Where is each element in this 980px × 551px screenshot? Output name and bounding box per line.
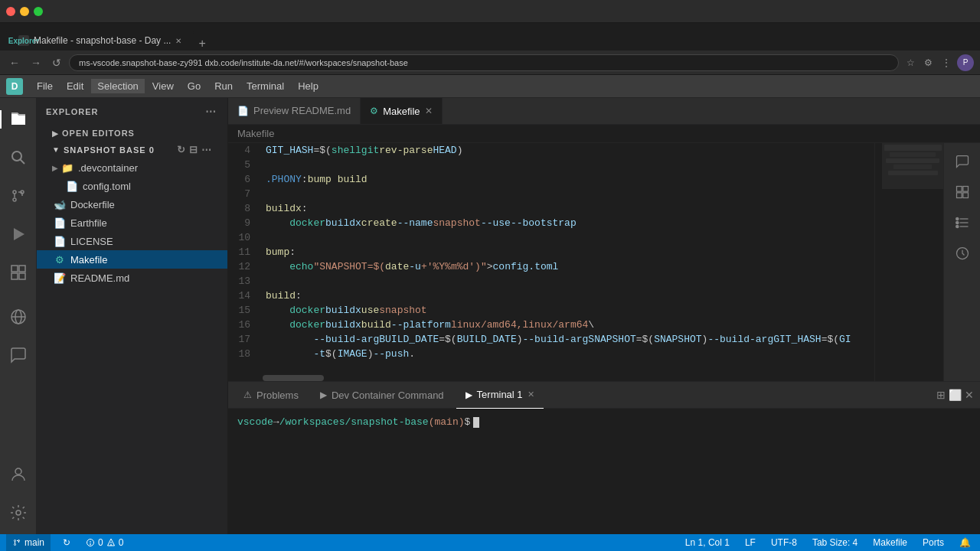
browser-nav-bar: ← → ↺ ms-vscode.snapshot-base-zy991 dxb.… bbox=[0, 51, 980, 75]
more-actions-icon[interactable]: ⋯ bbox=[201, 144, 212, 155]
tab-favicon: Explorer bbox=[18, 35, 29, 46]
activity-extensions[interactable] bbox=[0, 254, 37, 291]
tree-item-readme[interactable]: 📝 README.md bbox=[37, 269, 227, 287]
bookmark-icon[interactable]: ☆ bbox=[903, 56, 918, 70]
new-file-icon[interactable]: ⋯ bbox=[204, 104, 218, 119]
menu-run[interactable]: Run bbox=[208, 79, 239, 93]
svg-point-2 bbox=[13, 191, 16, 194]
svg-point-14 bbox=[16, 510, 21, 515]
nav-refresh-button[interactable]: ↺ bbox=[49, 55, 64, 70]
terminal-close-icon[interactable]: ✕ bbox=[528, 390, 534, 399]
maximize-btn[interactable] bbox=[34, 7, 43, 16]
tab-dev-container[interactable]: ▶ Dev Container Command bbox=[311, 382, 453, 409]
menu-selection[interactable]: Selection bbox=[91, 79, 144, 93]
activity-source-control[interactable] bbox=[0, 178, 37, 214]
menu-edit[interactable]: Edit bbox=[60, 79, 90, 93]
folder-icon-devcontainer: 📁 bbox=[60, 160, 75, 175]
file-icon-makefile: ⚙ bbox=[52, 252, 67, 267]
tree-item-license[interactable]: 📄 LICENSE bbox=[37, 232, 227, 250]
close-btn[interactable] bbox=[6, 7, 15, 16]
svg-point-23 bbox=[956, 221, 958, 223]
tree-item-makefile[interactable]: ⚙ Makefile bbox=[37, 250, 227, 269]
scrollbar-thumb-h[interactable] bbox=[263, 375, 324, 381]
breadcrumb-file[interactable]: Makefile bbox=[237, 128, 274, 139]
nav-back-button[interactable]: ← bbox=[6, 55, 23, 70]
menu-file[interactable]: File bbox=[31, 79, 59, 93]
vscode-layout: EXPLORER ⋯ ▶ OPEN EDITORS ▼ SNAPSHOT BAS… bbox=[0, 98, 980, 534]
terminal-content[interactable]: vscode → /workspaces/snapshot-base (main… bbox=[228, 409, 980, 534]
activity-chat[interactable] bbox=[0, 337, 37, 373]
menu-go[interactable]: Go bbox=[181, 79, 207, 93]
status-language[interactable]: Makefile bbox=[870, 537, 910, 548]
activity-search[interactable] bbox=[0, 139, 37, 176]
code-line-11: bump: bbox=[266, 245, 874, 259]
file-tree: ▶ 📁 .devcontainer 📄 config.toml 🐋 Docker… bbox=[37, 158, 227, 534]
status-sync[interactable]: ↻ bbox=[60, 537, 74, 548]
terminal-maximize-icon[interactable]: ⬜ bbox=[949, 389, 962, 401]
status-errors[interactable]: 0 0 bbox=[83, 537, 126, 548]
tab-makefile[interactable]: ⚙ Makefile ✕ bbox=[361, 98, 442, 124]
status-line-col[interactable]: Ln 1, Col 1 bbox=[682, 537, 733, 548]
browser-tab-close-icon[interactable]: ✕ bbox=[175, 37, 181, 45]
status-tab-size[interactable]: Tab Size: 4 bbox=[809, 537, 861, 548]
tab-terminal-1[interactable]: ▶ Terminal 1 ✕ bbox=[456, 382, 544, 409]
right-icon-chat[interactable] bbox=[944, 146, 981, 177]
collapse-icon[interactable]: ⊟ bbox=[189, 144, 198, 155]
svg-rect-9 bbox=[19, 273, 25, 279]
terminal-cursor bbox=[473, 415, 479, 429]
tree-item-earthfile[interactable]: 📄 Earthfile bbox=[37, 214, 227, 232]
menu-terminal[interactable]: Terminal bbox=[240, 79, 290, 93]
browser-tab-active[interactable]: Explorer Makefile - snapshot-base - Day … bbox=[6, 31, 194, 51]
terminal-split-icon[interactable]: ⊞ bbox=[936, 389, 946, 401]
activity-remote[interactable] bbox=[0, 298, 37, 335]
svg-marker-5 bbox=[14, 228, 24, 240]
tree-item-dockerfile[interactable]: 🐋 Dockerfile bbox=[37, 195, 227, 214]
open-editors-section[interactable]: ▶ OPEN EDITORS bbox=[37, 126, 227, 141]
activity-explorer[interactable] bbox=[0, 101, 37, 138]
nav-forward-button[interactable]: → bbox=[28, 55, 44, 70]
extension-icon[interactable]: ⚙ bbox=[921, 56, 936, 70]
activity-accounts[interactable] bbox=[0, 456, 37, 493]
snapshot-base-chevron: ▼ bbox=[52, 145, 60, 154]
status-lf[interactable]: LF bbox=[742, 537, 759, 548]
code-line-13 bbox=[266, 274, 874, 289]
more-icon[interactable]: ⋮ bbox=[939, 56, 954, 70]
right-icon-timeline[interactable] bbox=[944, 238, 981, 269]
status-encoding[interactable]: UTF-8 bbox=[768, 537, 800, 548]
tab-problems[interactable]: ⚠ Problems bbox=[234, 382, 308, 409]
menu-help[interactable]: Help bbox=[292, 79, 325, 93]
terminal-close-panel-icon[interactable]: ✕ bbox=[965, 389, 974, 401]
svg-point-33 bbox=[110, 545, 111, 546]
vscode-app: D File Edit Selection View Go Run Termin… bbox=[0, 75, 980, 551]
minimize-btn[interactable] bbox=[20, 7, 29, 16]
code-line-8: buildx: bbox=[266, 201, 874, 216]
minimap bbox=[874, 143, 943, 381]
code-line-10 bbox=[266, 230, 874, 245]
status-bar-right: Ln 1, Col 1 LF UTF-8 Tab Size: 4 Makefil… bbox=[682, 537, 974, 548]
activity-settings[interactable] bbox=[0, 494, 37, 531]
refresh-icon[interactable]: ↻ bbox=[177, 144, 186, 155]
terminal-arrow: → bbox=[273, 415, 279, 429]
tab-preview-readme[interactable]: 📄 Preview README.md bbox=[228, 98, 361, 124]
menu-view[interactable]: View bbox=[146, 79, 180, 93]
editor-content[interactable]: 4 5 6 7 8 9 10 11 12 13 14 15 16 bbox=[228, 143, 874, 381]
svg-rect-18 bbox=[962, 193, 968, 198]
tree-item-devcontainer[interactable]: ▶ 📁 .devcontainer bbox=[37, 158, 227, 177]
minimap-thumb[interactable] bbox=[882, 143, 943, 189]
terminal-dollar: $ bbox=[464, 415, 470, 429]
right-icon-outline[interactable] bbox=[944, 207, 981, 238]
right-icon-extensions[interactable] bbox=[944, 177, 981, 207]
new-tab-button[interactable]: + bbox=[194, 37, 210, 51]
tab-close-makefile[interactable]: ✕ bbox=[425, 106, 433, 116]
code-line-4: GIT_HASH=$(shell git rev-parse HEAD) bbox=[266, 143, 874, 158]
status-ports[interactable]: Ports bbox=[920, 537, 947, 548]
status-bell[interactable]: 🔔 bbox=[956, 537, 974, 548]
status-branch[interactable]: main bbox=[6, 534, 51, 551]
url-bar[interactable]: ms-vscode.snapshot-base-zy991 dxb.code/i… bbox=[69, 54, 899, 71]
profile-avatar[interactable]: P bbox=[957, 54, 974, 71]
snapshot-base-section[interactable]: ▼ SNAPSHOT BASE 0 ↻ ⊟ ⋯ bbox=[37, 141, 227, 158]
editor-scrollbar-h[interactable] bbox=[263, 375, 805, 381]
activity-run-debug[interactable] bbox=[0, 216, 37, 253]
tree-item-config[interactable]: 📄 config.toml bbox=[37, 177, 227, 195]
terminal-tabs-bar: ⚠ Problems ▶ Dev Container Command ▶ Ter… bbox=[228, 382, 980, 409]
